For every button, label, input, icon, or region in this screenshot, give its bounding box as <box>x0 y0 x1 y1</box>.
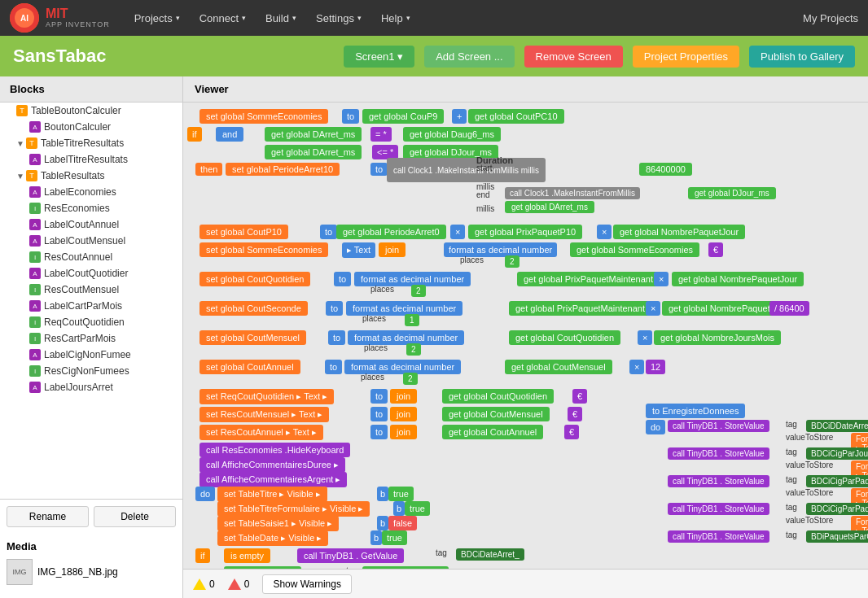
blocks-list[interactable]: T TableBoutonCalculer A BoutonCalculer ▼… <box>0 103 182 499</box>
nav-build[interactable]: Build ▾ <box>257 7 305 29</box>
tree-item-bouton-calculer[interactable]: A BoutonCalculer <box>0 119 182 135</box>
tree-item-res-cout-mensuel[interactable]: I ResCoutMensuel <box>0 282 182 298</box>
tree-item-label-titre[interactable]: A LabelTitreResultats <box>0 151 182 168</box>
tree-item-res-cout-annuel[interactable]: I ResCoutAnnuel <box>0 249 182 265</box>
publish-button[interactable]: Publish to Gallery <box>749 46 855 68</box>
viewer-content[interactable]: set global SommeEconomies to get global … <box>183 103 868 598</box>
media-section: Media IMG IMG_1886_NB.jpg <box>7 534 176 591</box>
tree-item-label-cig[interactable]: A LabelCigNonFumee <box>0 347 182 363</box>
tree-item-res-cart[interactable]: I ResCartParMois <box>0 330 182 347</box>
tree-item-label-jours[interactable]: A LabelJoursArret <box>0 379 182 395</box>
block-and: and <box>216 127 243 142</box>
label-places4: places <box>364 343 388 352</box>
nav-connect[interactable]: Connect ▾ <box>191 7 254 29</box>
block-get-joursmois: get global NombreJoursMois <box>654 330 781 345</box>
res-icon-3: I <box>29 284 41 295</box>
screen-selector[interactable]: Screen1 ▾ <box>344 46 414 68</box>
block-hide-keyboard: call ResEconomies .HideKeyboard <box>199 443 350 457</box>
block-true2: true <box>405 501 430 516</box>
block-to-2: to <box>370 163 388 176</box>
tree-item-table-bouton[interactable]: T TableBoutonCalculer <box>0 103 182 119</box>
block-mult6: × <box>629 360 644 374</box>
block-bdpaquet: BDiPaquetsParCartouche <box>806 530 868 543</box>
tree-item-label-cout-mensuel[interactable]: A LabelCoutMensuel <box>0 233 182 249</box>
tree-item-label-cout-quotidier[interactable]: A LabelCoutQuotidier <box>0 265 182 282</box>
block-tinydb1: call TinyDB1 . StoreValue <box>668 420 769 432</box>
tree-item-label-cart[interactable]: A LabelCartParMois <box>0 298 182 314</box>
block-get-nombre2: get global NombrePaquetJour <box>672 272 804 286</box>
block-to-11: to <box>370 425 388 439</box>
block-get-cou: get global CouP9 <box>362 109 444 124</box>
label-tag3: tag <box>786 475 797 484</box>
tree-item-res-economies[interactable]: I ResEconomies <box>0 200 182 216</box>
res-icon-2: I <box>29 251 41 263</box>
block-req-coutquot: set ReqCoutQuotidien ▸ Text ▸ <box>199 389 334 404</box>
label-tag4: tag <box>786 503 797 512</box>
rename-delete-row: Rename Delete <box>7 506 176 527</box>
block-tinydb4: call TinyDB1 . StoreValue <box>668 503 769 515</box>
label-icon: A <box>29 121 41 133</box>
nav-help[interactable]: Help ▾ <box>373 7 419 29</box>
block-mult5: × <box>638 330 652 345</box>
block-set-periode: set global PeriodeArret10 <box>226 163 340 176</box>
block-2b: 2 <box>411 285 426 297</box>
block-to-7: to <box>328 330 345 345</box>
tree-item-label-cout-annuel[interactable]: A LabelCoutAnnuel <box>0 216 182 233</box>
nav-projects[interactable]: Projects ▾ <box>126 7 188 29</box>
nav-settings[interactable]: Settings ▾ <box>308 7 370 29</box>
block-then: then <box>195 163 222 176</box>
block-do2: do <box>195 487 215 501</box>
help-arrow: ▾ <box>406 14 410 22</box>
block-b2: b <box>393 501 405 516</box>
label-icon-5: A <box>29 235 41 247</box>
media-header: Media <box>7 537 176 556</box>
block-table-saisie: set TableSaisie1 ▸ Visible ▸ <box>217 516 339 531</box>
label-tag6: tag <box>436 548 447 557</box>
block-bddate2: BDCiDateArret_ <box>456 548 524 561</box>
label-end: end <box>476 190 490 199</box>
label-val2: valueToStore <box>786 461 833 469</box>
my-projects-link[interactable]: My Projects <box>803 12 858 24</box>
block-get-nombre: get global NombrePaquetJour <box>613 225 745 239</box>
tree-item-table-results[interactable]: ▼ T TableResultats <box>0 168 182 184</box>
label-tag2: tag <box>786 447 797 456</box>
block-b: b <box>377 487 388 501</box>
label-val3: valueToStore <box>786 488 833 497</box>
logo-text: MIT APP INVENTOR <box>46 7 110 28</box>
block-res-coutann: set ResCoutAnnuel ▸ Text ▸ <box>199 425 323 440</box>
show-warnings-button[interactable]: Show Warnings <box>262 574 352 594</box>
app-inventor-label: APP INVENTOR <box>46 21 110 29</box>
label-millis2: millis <box>476 204 494 213</box>
rename-button[interactable]: Rename <box>7 506 89 527</box>
tree-item-label-economies[interactable]: A LabelEconomies <box>0 184 182 200</box>
remove-screen-button[interactable]: Remove Screen <box>524 46 623 68</box>
media-item: IMG IMG_1886_NB.jpg <box>7 556 176 588</box>
project-bar: SansTabac Screen1 ▾ Add Screen ... Remov… <box>0 36 868 76</box>
table-icon-2: T <box>26 137 37 149</box>
tree-item-table-titre[interactable]: ▼ T TableTitreResultats <box>0 135 182 151</box>
delete-button[interactable]: Delete <box>94 506 176 527</box>
media-thumbnail: IMG <box>7 559 33 585</box>
warning-bar: 0 0 Show Warnings <box>183 569 868 598</box>
block-get-darret3: get global DArret_ms <box>505 201 594 213</box>
block-set-coutmens: set global CoutMensuel <box>199 330 306 345</box>
block-table-titre-visible: set TableTitre ▸ Visible ▸ <box>217 487 327 502</box>
block-bdcigpar: BDCiCigParPaquet <box>806 475 868 487</box>
block-get-prixmaint: get global PrixPaquetMaintenant <box>517 272 660 286</box>
viewer-header: Viewer <box>183 76 868 103</box>
tree-item-res-cig[interactable]: I ResCigNonFumees <box>0 363 182 379</box>
block-do: do <box>646 420 665 434</box>
sidebar-bottom: Rename Delete Media IMG IMG_1886_NB.jpg <box>0 499 182 598</box>
label-tag5: tag <box>786 530 797 539</box>
block-get-coutann: get global CoutAnnuel <box>442 425 543 439</box>
res-icon-5: I <box>29 333 41 344</box>
tree-item-req-cout[interactable]: I ReqCoutQuotidien <box>0 314 182 330</box>
block-get-coutpc: get global CoutPC10 <box>468 109 564 124</box>
project-properties-button[interactable]: Project Properties <box>633 46 739 68</box>
label-icon-3: A <box>29 186 41 198</box>
block-join2: join <box>390 389 417 404</box>
error-triangle-icon <box>228 578 241 590</box>
add-screen-button[interactable]: Add Screen ... <box>424 46 514 68</box>
block-get-coutquot2: get global CoutQuotidien <box>442 389 554 404</box>
label-places2: places <box>370 285 394 294</box>
